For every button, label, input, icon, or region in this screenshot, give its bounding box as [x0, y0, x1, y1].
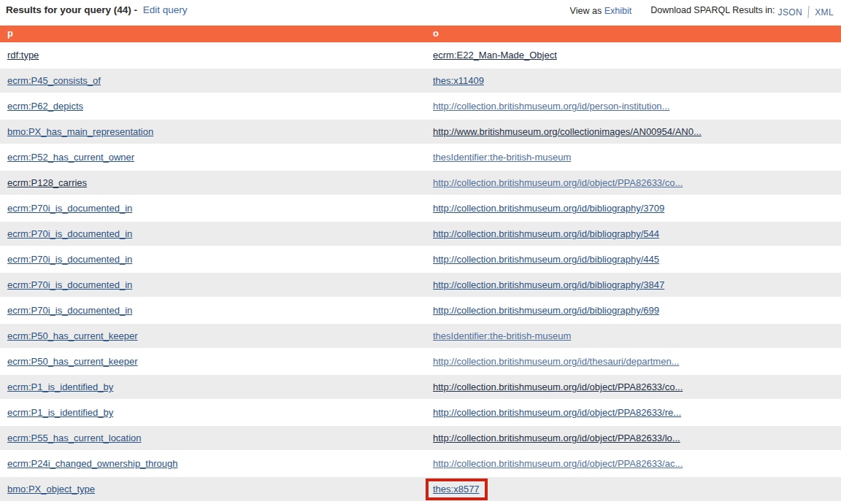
table-row: bmo:PX_has_main_representationhttp://www… — [0, 119, 841, 144]
object-cell: thes:x8577 — [426, 476, 841, 502]
download-xml-link[interactable]: XML — [815, 7, 834, 18]
object-link[interactable]: http://www.britishmuseum.org/collectioni… — [433, 126, 702, 137]
table-row: ecrm:P1_is_identified_byhttp://collectio… — [0, 400, 841, 425]
table-row: ecrm:P1_is_identified_byhttp://collectio… — [0, 374, 841, 400]
object-cell: http://collection.britishmuseum.org/id/t… — [426, 349, 841, 374]
predicate-link[interactable]: ecrm:P1_is_identified_by — [7, 407, 113, 418]
predicate-link[interactable]: ecrm:P70i_is_documented_in — [7, 203, 132, 214]
predicate-cell: ecrm:P52_has_current_owner — [0, 144, 426, 170]
download-group: Download SPARQL Results in: JSON XML — [650, 4, 837, 17]
predicate-link[interactable]: ecrm:P70i_is_documented_in — [7, 228, 132, 239]
object-link[interactable]: http://collection.britishmuseum.org/id/p… — [433, 101, 669, 112]
view-as-label: View as — [570, 6, 602, 16]
object-link[interactable]: http://collection.britishmuseum.org/id/t… — [433, 356, 679, 367]
table-row: ecrm:P52_has_current_ownerthesIdentifier… — [0, 144, 841, 170]
predicate-link[interactable]: bmo:PX_object_type — [7, 484, 95, 495]
top-right-controls: View as Exhibit Download SPARQL Results … — [570, 4, 837, 17]
object-link[interactable]: thesIdentifier:the-british-museum — [433, 152, 571, 163]
table-header-row: p o — [0, 26, 841, 42]
predicate-link[interactable]: ecrm:P55_has_current_location — [7, 433, 142, 443]
predicate-cell: ecrm:P70i_is_documented_in — [0, 195, 426, 221]
edit-query-link[interactable]: Edit query — [143, 4, 188, 15]
predicate-link[interactable]: ecrm:P70i_is_documented_in — [7, 305, 132, 316]
predicate-link[interactable]: ecrm:P52_has_current_owner — [7, 152, 134, 163]
object-cell: http://www.britishmuseum.org/collectioni… — [426, 119, 841, 144]
predicate-cell: ecrm:P62_depicts — [0, 93, 426, 119]
top-bar: Results for your query (44) - Edit query… — [0, 0, 841, 26]
object-cell: http://collection.britishmuseum.org/id/o… — [426, 374, 841, 400]
object-link[interactable]: http://collection.britishmuseum.org/id/o… — [433, 433, 680, 443]
predicate-cell: ecrm:P55_has_current_location — [0, 425, 426, 451]
object-cell: ecrm:E22_Man-Made_Object — [426, 42, 841, 68]
predicate-link[interactable]: ecrm:P62_depicts — [7, 101, 83, 112]
predicate-cell: ecrm:P128_carries — [0, 170, 426, 195]
predicate-cell: ecrm:P70i_is_documented_in — [0, 298, 426, 323]
object-link[interactable]: http://collection.britishmuseum.org/id/b… — [433, 305, 659, 316]
object-cell: http://collection.britishmuseum.org/id/b… — [426, 272, 841, 298]
results-title-group: Results for your query (44) - Edit query — [6, 4, 187, 15]
predicate-cell: ecrm:P24i_changed_ownership_through — [0, 451, 426, 476]
column-header-o: o — [426, 26, 841, 42]
object-link[interactable]: http://collection.britishmuseum.org/id/b… — [433, 279, 664, 290]
predicate-link[interactable]: ecrm:P24i_changed_ownership_through — [7, 458, 177, 469]
predicate-cell: bmo:PX_has_main_representation — [0, 119, 426, 144]
predicate-cell: ecrm:P70i_is_documented_in — [0, 272, 426, 298]
object-link[interactable]: thes:x8577 — [433, 484, 480, 495]
results-table-body: rdf:typeecrm:E22_Man-Made_Objectecrm:P45… — [0, 42, 841, 502]
predicate-link[interactable]: ecrm:P45_consists_of — [7, 75, 101, 86]
table-row: ecrm:P70i_is_documented_inhttp://collect… — [0, 195, 841, 221]
object-link[interactable]: http://collection.britishmuseum.org/id/o… — [433, 407, 681, 418]
table-row: ecrm:P70i_is_documented_inhttp://collect… — [0, 272, 841, 298]
object-cell: http://collection.britishmuseum.org/id/b… — [426, 221, 841, 247]
object-cell: http://collection.britishmuseum.org/id/o… — [426, 170, 841, 195]
object-cell: http://collection.britishmuseum.org/id/b… — [426, 298, 841, 323]
divider — [808, 6, 810, 18]
object-cell: http://collection.britishmuseum.org/id/o… — [426, 400, 841, 425]
predicate-link[interactable]: ecrm:P50_has_current_keeper — [7, 330, 138, 341]
exhibit-link[interactable]: Exhibit — [604, 6, 632, 16]
object-link[interactable]: http://collection.britishmuseum.org/id/b… — [433, 228, 659, 239]
predicate-cell: ecrm:P1_is_identified_by — [0, 400, 426, 425]
predicate-link[interactable]: ecrm:P50_has_current_keeper — [7, 356, 138, 367]
predicate-cell: ecrm:P1_is_identified_by — [0, 374, 426, 400]
object-link[interactable]: http://collection.britishmuseum.org/id/b… — [433, 254, 659, 265]
object-cell: thesIdentifier:the-british-museum — [426, 144, 841, 170]
view-as-group: View as Exhibit — [570, 4, 632, 16]
predicate-link[interactable]: bmo:PX_has_main_representation — [7, 126, 153, 137]
object-cell: http://collection.britishmuseum.org/id/o… — [426, 425, 841, 451]
object-link[interactable]: thesIdentifier:the-british-museum — [433, 330, 571, 341]
object-link[interactable]: http://collection.britishmuseum.org/id/o… — [433, 381, 683, 392]
object-cell: http://collection.britishmuseum.org/id/b… — [426, 247, 841, 272]
table-row: ecrm:P70i_is_documented_inhttp://collect… — [0, 298, 841, 323]
table-row: ecrm:P24i_changed_ownership_throughhttp:… — [0, 451, 841, 476]
object-cell: thes:x11409 — [426, 68, 841, 93]
highlight-box: thes:x8577 — [426, 478, 488, 500]
table-row: ecrm:P50_has_current_keeperhttp://collec… — [0, 349, 841, 374]
predicate-link[interactable]: rdf:type — [7, 50, 39, 61]
results-title: Results for your query (44) - — [6, 4, 137, 15]
table-row: bmo:PX_object_typethes:x8577 — [0, 476, 841, 502]
predicate-cell: ecrm:P50_has_current_keeper — [0, 349, 426, 374]
table-row: ecrm:P70i_is_documented_inhttp://collect… — [0, 247, 841, 272]
object-link[interactable]: http://collection.britishmuseum.org/id/o… — [433, 458, 683, 469]
object-link[interactable]: thes:x11409 — [433, 75, 484, 86]
table-row: ecrm:P45_consists_ofthes:x11409 — [0, 68, 841, 93]
object-cell: http://collection.britishmuseum.org/id/p… — [426, 93, 841, 119]
object-link[interactable]: ecrm:E22_Man-Made_Object — [433, 50, 557, 61]
object-cell: thesIdentifier:the-british-museum — [426, 323, 841, 349]
predicate-link[interactable]: ecrm:P128_carries — [7, 177, 87, 188]
download-json-link[interactable]: JSON — [778, 7, 803, 18]
table-row: rdf:typeecrm:E22_Man-Made_Object — [0, 42, 841, 68]
predicate-cell: bmo:PX_object_type — [0, 476, 426, 502]
predicate-link[interactable]: ecrm:P1_is_identified_by — [7, 381, 113, 392]
object-link[interactable]: http://collection.britishmuseum.org/id/b… — [433, 203, 664, 214]
predicate-cell: ecrm:P45_consists_of — [0, 68, 426, 93]
predicate-link[interactable]: ecrm:P70i_is_documented_in — [7, 279, 132, 290]
predicate-cell: ecrm:P70i_is_documented_in — [0, 247, 426, 272]
table-row: ecrm:P62_depictshttp://collection.britis… — [0, 93, 841, 119]
predicate-link[interactable]: ecrm:P70i_is_documented_in — [7, 254, 132, 265]
object-link[interactable]: http://collection.britishmuseum.org/id/o… — [433, 177, 683, 188]
table-row: ecrm:P50_has_current_keeperthesIdentifie… — [0, 323, 841, 349]
object-cell: http://collection.britishmuseum.org/id/b… — [426, 195, 841, 221]
table-row: ecrm:P70i_is_documented_inhttp://collect… — [0, 221, 841, 247]
